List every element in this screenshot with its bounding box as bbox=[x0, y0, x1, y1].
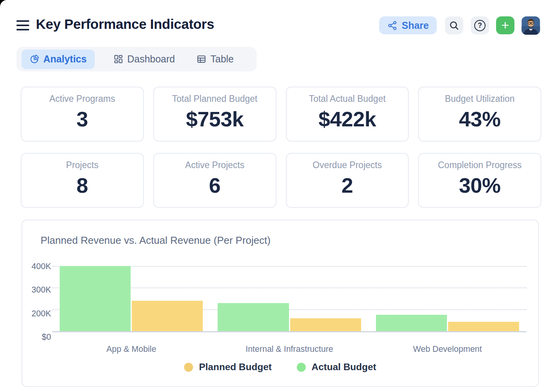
kpi-value: $422k bbox=[319, 107, 376, 131]
chart-legend: Planned Budget Actual Budget bbox=[22, 362, 538, 372]
pie-chart-icon bbox=[30, 54, 39, 64]
x-axis-line bbox=[52, 331, 526, 332]
dashboard-page: Key Performance Indicators Share ? + bbox=[0, 0, 546, 392]
share-button[interactable]: Share bbox=[379, 16, 437, 34]
category-label: Internal & Infrastructure bbox=[210, 344, 368, 354]
kpi-card-projects: Projects 8 bbox=[21, 153, 144, 208]
share-icon bbox=[387, 20, 398, 31]
add-button[interactable]: + bbox=[496, 16, 514, 34]
legend-dot-planned bbox=[184, 363, 193, 372]
kpi-value: 8 bbox=[76, 173, 88, 197]
category-label: App & Mobile bbox=[52, 344, 210, 354]
search-button[interactable] bbox=[445, 16, 463, 34]
bar-actual-budget bbox=[218, 303, 289, 331]
legend-item-actual-budget[interactable]: Actual Budget bbox=[297, 362, 376, 372]
bar-group bbox=[369, 266, 526, 331]
kpi-label: Total Planned Budget bbox=[172, 94, 257, 104]
kpi-label: Active Projects bbox=[185, 160, 245, 170]
legend-dot-actual bbox=[297, 363, 306, 372]
legend-label: Actual Budget bbox=[312, 362, 376, 372]
tab-label: Dashboard bbox=[127, 53, 175, 65]
bar-planned-budget bbox=[448, 322, 519, 331]
y-axis-tick-label: 400K bbox=[22, 262, 51, 271]
bar-group bbox=[210, 266, 368, 331]
tab-label: Analytics bbox=[43, 53, 87, 65]
legend-label: Planned Budget bbox=[199, 362, 271, 372]
share-button-label: Share bbox=[402, 20, 429, 31]
user-avatar[interactable] bbox=[521, 16, 540, 35]
kpi-label: Projects bbox=[66, 160, 98, 170]
kpi-card-active-projects: Active Projects 6 bbox=[153, 153, 277, 208]
x-axis-category-labels: App & Mobile Internal & Infrastructure W… bbox=[52, 344, 526, 354]
kpi-card-active-programs: Active Programs 3 bbox=[21, 87, 144, 142]
kpi-label: Total Actual Budget bbox=[309, 94, 386, 104]
kpi-value: $753k bbox=[186, 107, 244, 131]
search-icon bbox=[449, 20, 459, 31]
kpi-value: 6 bbox=[209, 173, 221, 197]
category-label: Web Development bbox=[369, 344, 526, 354]
tab-dashboard[interactable]: Dashboard bbox=[110, 53, 178, 65]
kpi-label: Active Programs bbox=[50, 94, 115, 104]
revenue-chart-card: Planned Revenue vs. Actual Revenue (Per … bbox=[21, 220, 539, 387]
table-icon bbox=[197, 54, 206, 64]
kpi-grid: Active Programs 3 Total Planned Budget $… bbox=[21, 87, 541, 208]
kpi-card-budget-utilization: Budget Utilization 43% bbox=[418, 87, 541, 142]
bar-planned-budget bbox=[132, 301, 203, 331]
question-mark-icon: ? bbox=[474, 20, 486, 31]
kpi-label: Overdue Projects bbox=[313, 160, 382, 170]
kpi-value: 30% bbox=[459, 173, 501, 197]
page-title: Key Performance Indicators bbox=[36, 16, 214, 32]
kpi-card-total-planned-budget: Total Planned Budget $753k bbox=[153, 87, 277, 142]
tab-label: Table bbox=[210, 53, 234, 65]
tab-table[interactable]: Table bbox=[193, 53, 237, 65]
chart-title: Planned Revenue vs. Actual Revenue (Per … bbox=[41, 234, 271, 247]
plot-area bbox=[52, 266, 526, 331]
y-axis-tick-label: $0 bbox=[22, 332, 51, 342]
y-axis-tick-label: 300K bbox=[22, 285, 51, 295]
bar-actual-budget bbox=[376, 315, 447, 331]
y-axis-tick-label: 200K bbox=[22, 309, 51, 319]
kpi-card-overdue-projects: Overdue Projects 2 bbox=[286, 153, 409, 208]
layout-dashboard-icon bbox=[113, 54, 123, 64]
bar-planned-budget bbox=[290, 318, 361, 331]
plus-icon: + bbox=[502, 18, 509, 32]
legend-item-planned-budget[interactable]: Planned Budget bbox=[184, 362, 271, 372]
kpi-label: Budget Utilization bbox=[445, 94, 515, 104]
bar-actual-budget bbox=[60, 266, 131, 331]
tab-analytics[interactable]: Analytics bbox=[21, 50, 95, 69]
kpi-value: 43% bbox=[459, 107, 501, 131]
bar-group bbox=[52, 266, 210, 331]
view-switcher: Analytics Dashboard Table bbox=[16, 47, 257, 71]
kpi-label: Completion Progress bbox=[438, 160, 522, 170]
kpi-card-total-actual-budget: Total Actual Budget $422k bbox=[286, 87, 409, 142]
help-button[interactable]: ? bbox=[471, 16, 489, 34]
kpi-value: 3 bbox=[76, 107, 88, 131]
kpi-value: 2 bbox=[342, 173, 353, 197]
menu-icon[interactable] bbox=[16, 20, 29, 30]
kpi-card-completion-progress: Completion Progress 30% bbox=[418, 153, 541, 208]
